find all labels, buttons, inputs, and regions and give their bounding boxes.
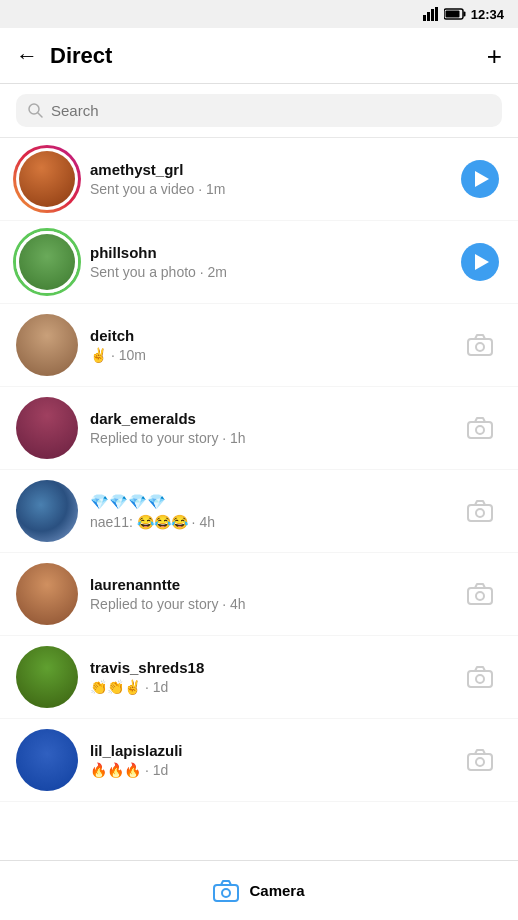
play-button[interactable] bbox=[458, 240, 502, 284]
message-preview: 🔥🔥🔥 · 1d bbox=[90, 762, 458, 778]
svg-rect-17 bbox=[468, 671, 492, 687]
page-title: Direct bbox=[50, 43, 487, 69]
user-info: deitch ✌️ · 10m bbox=[90, 327, 458, 363]
svg-rect-2 bbox=[431, 9, 434, 21]
svg-point-18 bbox=[476, 675, 484, 683]
camera-button[interactable] bbox=[458, 323, 502, 367]
username: dark_emeralds bbox=[90, 410, 458, 427]
user-info: travis_shreds18 👏👏✌️ · 1d bbox=[90, 659, 458, 695]
camera-button[interactable] bbox=[458, 655, 502, 699]
message-preview: nae11: 😂😂😂 · 4h bbox=[90, 514, 458, 530]
message-list: amethyst_grl Sent you a video · 1m phill… bbox=[0, 138, 518, 802]
svg-rect-21 bbox=[214, 885, 238, 901]
username: phillsohn bbox=[90, 244, 458, 261]
message-preview: Replied to your story · 1h bbox=[90, 430, 458, 446]
svg-rect-6 bbox=[445, 11, 459, 18]
camera-button[interactable] bbox=[458, 572, 502, 616]
message-preview: Sent you a photo · 2m bbox=[90, 264, 458, 280]
user-info: laurenanntte Replied to your story · 4h bbox=[90, 576, 458, 612]
camera-button[interactable] bbox=[458, 489, 502, 533]
message-preview: Replied to your story · 4h bbox=[90, 596, 458, 612]
list-item[interactable]: amethyst_grl Sent you a video · 1m bbox=[0, 138, 518, 221]
svg-rect-11 bbox=[468, 422, 492, 438]
user-info: phillsohn Sent you a photo · 2m bbox=[90, 244, 458, 280]
svg-point-16 bbox=[476, 592, 484, 600]
list-item[interactable]: laurenanntte Replied to your story · 4h bbox=[0, 553, 518, 636]
list-item[interactable]: phillsohn Sent you a photo · 2m bbox=[0, 221, 518, 304]
camera-button[interactable] bbox=[458, 738, 502, 782]
message-preview: 👏👏✌️ · 1d bbox=[90, 679, 458, 695]
svg-point-14 bbox=[476, 509, 484, 517]
camera-label[interactable]: Camera bbox=[249, 882, 304, 899]
new-message-button[interactable]: + bbox=[487, 43, 502, 69]
avatar bbox=[16, 231, 78, 293]
list-item[interactable]: lil_lapislazuli 🔥🔥🔥 · 1d bbox=[0, 719, 518, 802]
avatar bbox=[16, 148, 78, 210]
avatar bbox=[16, 314, 78, 376]
list-item[interactable]: deitch ✌️ · 10m bbox=[0, 304, 518, 387]
username: lil_lapislazuli bbox=[90, 742, 458, 759]
message-preview: Sent you a video · 1m bbox=[90, 181, 458, 197]
user-info: amethyst_grl Sent you a video · 1m bbox=[90, 161, 458, 197]
search-bar bbox=[0, 84, 518, 138]
play-button[interactable] bbox=[458, 157, 502, 201]
svg-point-20 bbox=[476, 758, 484, 766]
list-item[interactable]: travis_shreds18 👏👏✌️ · 1d bbox=[0, 636, 518, 719]
user-info: lil_lapislazuli 🔥🔥🔥 · 1d bbox=[90, 742, 458, 778]
camera-bottom-icon bbox=[213, 880, 239, 902]
username: 💎💎💎💎 bbox=[90, 493, 458, 511]
username: deitch bbox=[90, 327, 458, 344]
avatar bbox=[16, 646, 78, 708]
search-input[interactable] bbox=[51, 102, 490, 119]
username: laurenanntte bbox=[90, 576, 458, 593]
svg-rect-0 bbox=[423, 15, 426, 21]
svg-point-10 bbox=[476, 343, 484, 351]
header: ← Direct + bbox=[0, 28, 518, 84]
svg-line-8 bbox=[38, 113, 42, 117]
list-item[interactable]: 💎💎💎💎 nae11: 😂😂😂 · 4h bbox=[0, 470, 518, 553]
avatar bbox=[16, 397, 78, 459]
message-preview: ✌️ · 10m bbox=[90, 347, 458, 363]
search-icon bbox=[28, 103, 43, 118]
avatar bbox=[16, 729, 78, 791]
camera-button[interactable] bbox=[458, 406, 502, 450]
svg-rect-15 bbox=[468, 588, 492, 604]
bottom-bar[interactable]: Camera bbox=[0, 860, 518, 920]
user-info: dark_emeralds Replied to your story · 1h bbox=[90, 410, 458, 446]
back-button[interactable]: ← bbox=[16, 45, 38, 67]
svg-rect-3 bbox=[435, 7, 438, 21]
svg-point-22 bbox=[222, 889, 230, 897]
username: amethyst_grl bbox=[90, 161, 458, 178]
svg-rect-5 bbox=[463, 12, 465, 17]
user-info: 💎💎💎💎 nae11: 😂😂😂 · 4h bbox=[90, 493, 458, 530]
avatar bbox=[16, 480, 78, 542]
svg-point-12 bbox=[476, 426, 484, 434]
status-time: 12:34 bbox=[471, 7, 504, 22]
username: travis_shreds18 bbox=[90, 659, 458, 676]
avatar bbox=[16, 563, 78, 625]
svg-rect-1 bbox=[427, 12, 430, 21]
search-input-wrap[interactable] bbox=[16, 94, 502, 127]
status-icons: 12:34 bbox=[423, 7, 504, 22]
status-bar: 12:34 bbox=[0, 0, 518, 28]
svg-rect-19 bbox=[468, 754, 492, 770]
list-item[interactable]: dark_emeralds Replied to your story · 1h bbox=[0, 387, 518, 470]
signal-icon bbox=[423, 7, 439, 21]
svg-rect-13 bbox=[468, 505, 492, 521]
battery-icon bbox=[444, 8, 466, 20]
svg-rect-9 bbox=[468, 339, 492, 355]
